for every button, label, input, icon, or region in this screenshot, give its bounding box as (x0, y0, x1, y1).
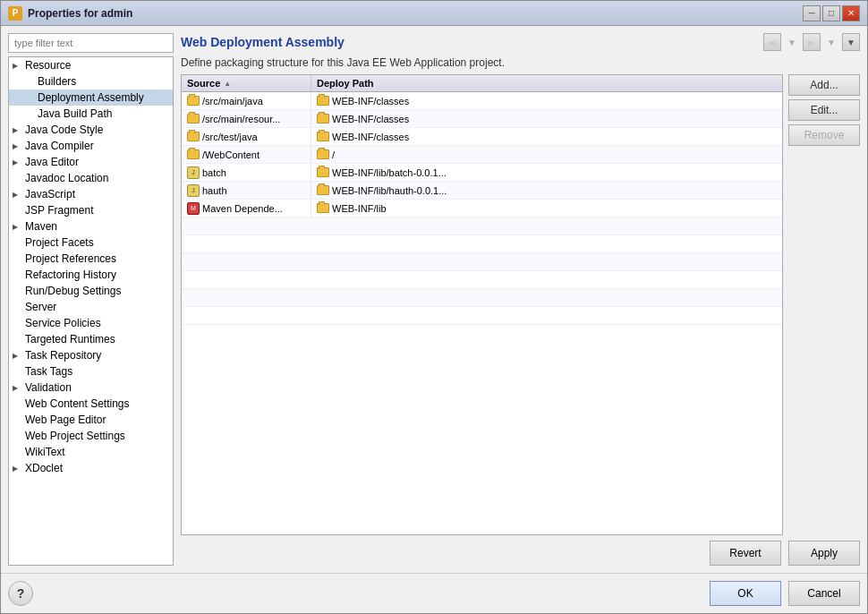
sidebar-item-builders[interactable]: Builders (9, 73, 173, 90)
filter-input[interactable] (8, 33, 174, 53)
folder-icon (187, 132, 200, 141)
deploy-value: WEB-INF/classes (332, 132, 409, 142)
sidebar-item-wikitext[interactable]: ▶ WikiText (9, 444, 173, 460)
table-row[interactable]: /src/main/resour... WEB-INF/classes (182, 110, 782, 128)
dropdown-button[interactable]: ▼ (842, 33, 860, 51)
folder-icon (317, 167, 329, 177)
revert-button[interactable]: Revert (710, 541, 781, 566)
sidebar-item-label: Web Page Editor (25, 414, 106, 426)
expand-arrow: ▶ (13, 158, 23, 166)
sidebar-item-project-references[interactable]: ▶ Project References (9, 251, 173, 267)
sidebar-item-web-content-settings[interactable]: ▶ Web Content Settings (9, 396, 173, 412)
deploy-value: WEB-INF/classes (332, 96, 409, 107)
nav-separator: ▼ (783, 33, 801, 51)
sidebar-item-label: XDoclet (25, 462, 63, 474)
right-panel: Web Deployment Assembly ◀ ▼ ▶ ▼ ▼ Define… (181, 33, 860, 566)
table-row-empty (182, 271, 782, 289)
minimize-button[interactable]: ─ (803, 5, 821, 21)
cell-source: /WebContent (182, 146, 311, 163)
source-value: batch (202, 167, 226, 178)
sidebar-item-targeted-runtimes[interactable]: ▶ Targeted Runtimes (9, 331, 173, 347)
col-source-header: Source ▲ (182, 75, 311, 91)
action-buttons: Add... Edit... Remove (788, 74, 860, 535)
close-button[interactable]: ✕ (842, 5, 860, 21)
sidebar-item-label: WikiText (25, 446, 65, 458)
sidebar-item-project-facets[interactable]: ▶ Project Facets (9, 235, 173, 251)
folder-icon (317, 114, 329, 124)
table-row[interactable]: /src/main/java WEB-INF/classes (182, 92, 782, 110)
sidebar-item-task-tags[interactable]: ▶ Task Tags (9, 363, 173, 379)
tree-container: ▶ Resource Builders Deployment Assembly … (8, 56, 174, 566)
sidebar-item-label: Web Project Settings (25, 430, 125, 442)
cancel-button[interactable]: Cancel (788, 581, 860, 606)
jar-icon: J (187, 166, 200, 179)
col-deploy-header: Deploy Path (311, 75, 782, 91)
table-row[interactable]: J batch WEB-INF/lib/batch-0.0.1... (182, 164, 782, 182)
sidebar-item-xdoclet[interactable]: ▶ XDoclet (9, 460, 173, 476)
deploy-value: / (332, 149, 335, 160)
sidebar-item-label: Java Compiler (25, 140, 94, 152)
sidebar-item-task-repository[interactable]: ▶ Task Repository (9, 347, 173, 363)
cell-source: /src/test/java (182, 128, 311, 145)
sidebar-item-label: Java Editor (25, 156, 79, 168)
table-header: Source ▲ Deploy Path (182, 75, 782, 92)
sidebar-item-label: Task Tags (25, 365, 72, 378)
sidebar-item-label: Targeted Runtimes (25, 333, 115, 345)
expand-arrow: ▶ (13, 142, 23, 150)
add-button[interactable]: Add... (788, 74, 860, 96)
sidebar-item-jsp-fragment[interactable]: ▶ JSP Fragment (9, 202, 173, 218)
titlebar-buttons: ─ □ ✕ (803, 5, 860, 21)
forward-button[interactable]: ▶ (803, 33, 821, 51)
table-row[interactable]: /WebContent / (182, 146, 782, 164)
deploy-value: WEB-INF/lib/batch-0.0.1... (332, 167, 447, 178)
sidebar-item-label: Server (25, 301, 56, 313)
table-row-empty (182, 307, 782, 325)
sidebar-item-deployment-assembly[interactable]: Deployment Assembly (9, 90, 173, 106)
expand-arrow: ▶ (13, 223, 23, 231)
source-value: /src/test/java (202, 132, 258, 142)
sidebar-item-maven[interactable]: ▶ Maven (9, 218, 173, 235)
sidebar-item-service-policies[interactable]: ▶ Service Policies (9, 315, 173, 331)
sidebar-item-resource[interactable]: ▶ Resource (9, 57, 173, 73)
expand-arrow: ▶ (13, 126, 23, 134)
source-value: /src/main/resour... (202, 114, 280, 124)
sidebar-item-java-editor[interactable]: ▶ Java Editor (9, 154, 173, 170)
properties-window: P Properties for admin ─ □ ✕ ▶ Resource … (0, 0, 868, 614)
back-button[interactable]: ◀ (763, 33, 781, 51)
source-value: Maven Depende... (202, 203, 283, 214)
table-row-empty (182, 217, 782, 235)
sidebar-item-web-project-settings[interactable]: ▶ Web Project Settings (9, 428, 173, 444)
table-row[interactable]: /src/test/java WEB-INF/classes (182, 128, 782, 146)
sidebar-item-label: Java Code Style (25, 124, 103, 136)
sidebar-item-label: Builders (38, 75, 76, 88)
window-title: Properties for admin (28, 7, 797, 20)
sidebar-item-javascript[interactable]: ▶ JavaScript (9, 186, 173, 202)
table-row[interactable]: J hauth WEB-INF/lib/hauth-0.0.1... (182, 182, 782, 200)
cell-deploy: WEB-INF/lib/hauth-0.0.1... (311, 182, 782, 199)
maximize-button[interactable]: □ (822, 5, 840, 21)
nav-buttons: ◀ ▼ ▶ ▼ ▼ (763, 33, 860, 51)
sidebar-item-java-compiler[interactable]: ▶ Java Compiler (9, 138, 173, 154)
table-row[interactable]: M Maven Depende... WEB-INF/lib (182, 200, 782, 217)
sidebar-item-run-debug-settings[interactable]: ▶ Run/Debug Settings (9, 283, 173, 299)
sidebar-item-label: Java Build Path (38, 107, 112, 120)
sidebar-item-java-build-path[interactable]: Java Build Path (9, 106, 173, 122)
source-value: hauth (202, 185, 227, 196)
sidebar-item-label: Javadoc Location (25, 172, 108, 184)
col-deploy-label: Deploy Path (317, 78, 374, 89)
apply-button[interactable]: Apply (788, 541, 860, 566)
sidebar-item-refactoring-history[interactable]: ▶ Refactoring History (9, 267, 173, 283)
sidebar-item-server[interactable]: ▶ Server (9, 299, 173, 315)
remove-button[interactable]: Remove (788, 124, 860, 146)
help-button[interactable]: ? (8, 581, 33, 606)
table-row-empty (182, 289, 782, 307)
sidebar-item-validation[interactable]: ▶ Validation (9, 379, 173, 396)
ok-button[interactable]: OK (710, 581, 781, 606)
sidebar-item-web-page-editor[interactable]: ▶ Web Page Editor (9, 412, 173, 428)
expand-arrow: ▶ (13, 384, 23, 392)
sidebar-item-java-code-style[interactable]: ▶ Java Code Style (9, 122, 173, 138)
edit-button[interactable]: Edit... (788, 99, 860, 121)
sidebar-item-label: JSP Fragment (25, 204, 93, 217)
cell-source: J hauth (182, 182, 311, 199)
sidebar-item-javadoc-location[interactable]: ▶ Javadoc Location (9, 170, 173, 186)
